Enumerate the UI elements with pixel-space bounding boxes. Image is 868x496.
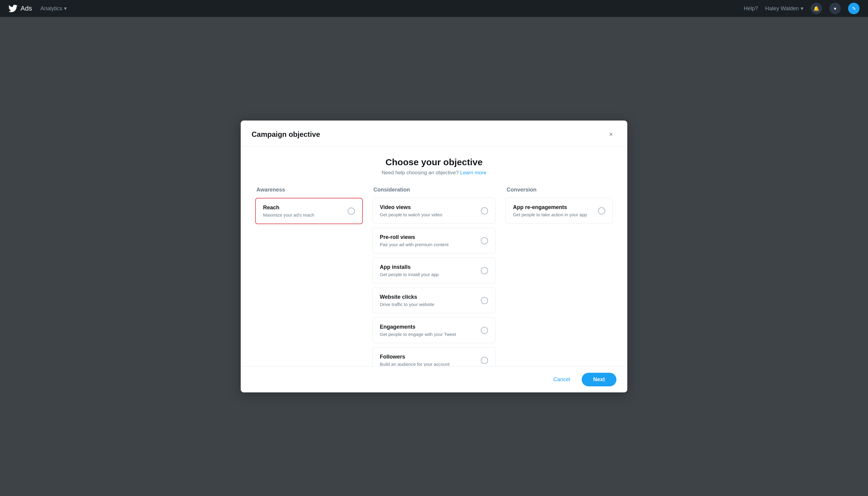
awareness-column-label: Awareness (255, 187, 363, 193)
consideration-column-label: Consideration (373, 187, 496, 193)
reach-option-title: Reach (263, 204, 343, 211)
settings-dropdown-button[interactable]: ▾ (829, 3, 841, 14)
navbar: Ads Analytics ▾ Help? Haley Walden ▾ 🔔 ▾… (0, 0, 868, 17)
video-views-option-text: Video views Get people to watch your vid… (380, 204, 476, 217)
conversion-column-label: Conversion (505, 187, 613, 193)
consideration-column: Consideration Video views Get people to … (373, 187, 496, 367)
user-name-label: Haley Walden (765, 5, 799, 12)
user-menu[interactable]: Haley Walden ▾ (765, 5, 803, 12)
notification-icon-button[interactable]: 🔔 (810, 3, 822, 14)
pre-roll-option[interactable]: Pre-roll views Pair your ad with premium… (373, 228, 496, 253)
website-clicks-title: Website clicks (380, 294, 476, 300)
app-installs-desc: Get people to install your app (380, 272, 476, 277)
analytics-button[interactable]: Analytics ▾ (41, 5, 67, 12)
video-views-radio[interactable] (481, 207, 488, 215)
app-installs-title: App installs (380, 264, 476, 270)
website-clicks-option-text: Website clicks Drive traffic to your web… (380, 294, 476, 307)
followers-option-text: Followers Build an audience for your acc… (380, 354, 476, 367)
engagements-option[interactable]: Engagements Get people to engage with yo… (373, 317, 496, 343)
app-reengagements-desc: Get people to take action in your app (513, 212, 593, 217)
followers-radio[interactable] (481, 357, 488, 364)
modal-close-button[interactable]: × (605, 129, 616, 140)
app-reengagements-option[interactable]: App re-engagements Get people to take ac… (505, 198, 613, 223)
website-clicks-desc: Drive traffic to your website (380, 302, 476, 307)
engagements-title: Engagements (380, 324, 476, 330)
engagements-option-text: Engagements Get people to engage with yo… (380, 324, 476, 337)
app-reengagements-radio[interactable] (598, 207, 605, 215)
analytics-label: Analytics (41, 5, 62, 12)
choose-objective-title: Choose your objective (255, 157, 613, 167)
video-views-desc: Get people to watch your video (380, 212, 476, 217)
followers-title: Followers (380, 354, 476, 360)
website-clicks-radio[interactable] (481, 297, 488, 304)
website-clicks-option[interactable]: Website clicks Drive traffic to your web… (373, 288, 496, 313)
modal-body: Choose your objective Need help choosing… (241, 146, 627, 367)
learn-more-link[interactable]: Learn more (460, 170, 486, 175)
pre-roll-title: Pre-roll views (380, 234, 476, 241)
brand: Ads (9, 4, 32, 13)
compose-button[interactable]: ✎ (848, 3, 859, 14)
chevron-down-icon: ▾ (834, 6, 836, 12)
engagements-radio[interactable] (481, 327, 488, 334)
bell-icon: 🔔 (813, 6, 819, 12)
engagements-desc: Get people to engage with your Tweet (380, 332, 476, 337)
followers-option[interactable]: Followers Build an audience for your acc… (373, 347, 496, 367)
app-installs-radio[interactable] (481, 267, 488, 274)
cancel-button[interactable]: Cancel (548, 373, 575, 386)
reach-radio[interactable] (348, 207, 355, 215)
reach-option-desc: Maximize your ad's reach (263, 212, 343, 217)
modal-heading: Choose your objective (255, 157, 613, 167)
app-installs-option[interactable]: App installs Get people to install your … (373, 258, 496, 283)
app-reengagements-title: App re-engagements (513, 204, 593, 211)
modal-title: Campaign objective (252, 130, 320, 139)
twitter-logo-icon (9, 4, 17, 13)
pre-roll-radio[interactable] (481, 237, 488, 244)
awareness-column: Awareness Reach Maximize your ad's reach (255, 187, 363, 228)
modal-footer: Cancel Next (241, 367, 627, 392)
video-views-option[interactable]: Video views Get people to watch your vid… (373, 198, 496, 223)
ads-label: Ads (20, 4, 32, 12)
campaign-objective-modal: Campaign objective × Choose your objecti… (241, 121, 627, 392)
reach-option[interactable]: Reach Maximize your ad's reach (255, 198, 363, 224)
objectives-grid: Awareness Reach Maximize your ad's reach… (255, 187, 613, 367)
navbar-right: Help? Haley Walden ▾ 🔔 ▾ ✎ (744, 3, 859, 14)
pre-roll-desc: Pair your ad with premium content (380, 242, 476, 247)
followers-desc: Build an audience for your account (380, 361, 476, 367)
modal-subheading: Need help choosing an objective? Learn m… (255, 170, 613, 176)
video-views-title: Video views (380, 204, 476, 211)
pre-roll-option-text: Pre-roll views Pair your ad with premium… (380, 234, 476, 247)
next-button[interactable]: Next (582, 373, 616, 386)
user-chevron-icon: ▾ (801, 5, 803, 12)
analytics-chevron-icon: ▾ (64, 5, 67, 12)
subheading-text: Need help choosing an objective? (382, 170, 459, 175)
reach-option-text: Reach Maximize your ad's reach (263, 204, 343, 217)
conversion-column: Conversion App re-engagements Get people… (505, 187, 613, 228)
modal-overlay: Campaign objective × Choose your objecti… (0, 17, 868, 496)
modal-header: Campaign objective × (241, 121, 627, 146)
compose-icon: ✎ (852, 6, 856, 12)
app-reengagements-option-text: App re-engagements Get people to take ac… (513, 204, 593, 217)
help-label: Help? (744, 5, 758, 12)
app-installs-option-text: App installs Get people to install your … (380, 264, 476, 277)
